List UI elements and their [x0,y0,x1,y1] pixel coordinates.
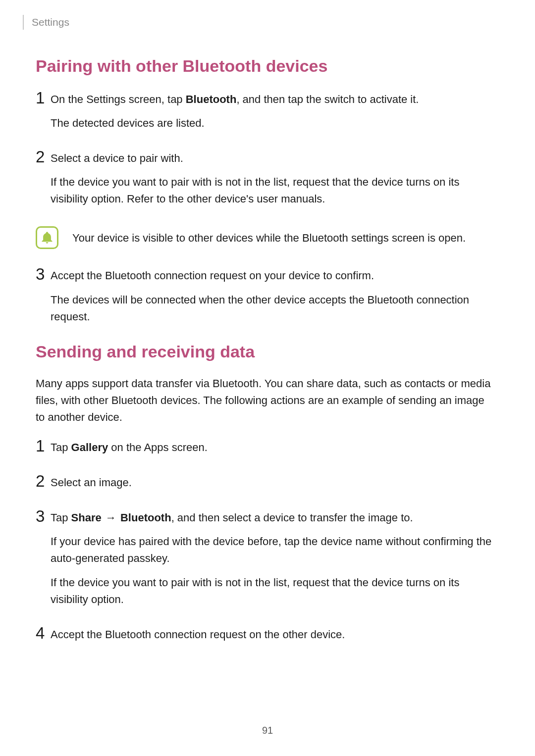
step-text: On the Settings screen, tap Bluetooth, a… [51,91,496,108]
note-text: Your device is visible to other devices … [72,230,466,246]
section-intro: Many apps support data transfer via Blue… [36,375,496,426]
step-body: Tap Gallery on the Apps screen. [51,438,496,463]
step-item: 1 Tap Gallery on the Apps screen. [36,438,496,463]
step-body: Select a device to pair with. If the dev… [51,149,496,214]
step-text: If your device has paired with the devic… [51,533,496,567]
note-callout: Your device is visible to other devices … [36,226,496,249]
step-text: If the device you want to pair with is n… [51,574,496,608]
step-text: Tap Share → Bluetooth, and then select a… [51,509,496,526]
step-item: 1 On the Settings screen, tap Bluetooth,… [36,90,496,139]
step-text: The devices will be connected when the o… [51,292,496,325]
step-text: Accept the Bluetooth connection request … [51,267,496,284]
breadcrumb-divider [23,15,24,30]
bell-icon-svg [40,231,54,245]
step-body: Tap Share → Bluetooth, and then select a… [51,508,496,614]
section-heading-sending: Sending and receiving data [36,342,496,361]
step-item: 3 Accept the Bluetooth connection reques… [36,266,496,332]
step-text: Select an image. [51,474,496,491]
page-content: Pairing with other Bluetooth devices 1 O… [36,48,496,660]
section-heading-pairing: Pairing with other Bluetooth devices [36,56,496,76]
step-body: Accept the Bluetooth connection request … [51,625,496,650]
step-number: 1 [36,90,51,106]
step-number: 4 [36,625,51,641]
step-text: Accept the Bluetooth connection request … [51,626,496,643]
breadcrumb-bar: Settings [23,15,69,30]
page-number: 91 [0,725,535,736]
step-number: 3 [36,266,51,282]
step-number: 1 [36,438,51,454]
step-body: Accept the Bluetooth connection request … [51,266,496,332]
step-item: 2 Select a device to pair with. If the d… [36,149,496,214]
step-number: 3 [36,508,51,524]
step-item: 4 Accept the Bluetooth connection reques… [36,625,496,650]
step-text: Tap Gallery on the Apps screen. [51,439,496,456]
step-item: 2 Select an image. [36,473,496,498]
step-body: On the Settings screen, tap Bluetooth, a… [51,90,496,139]
step-number: 2 [36,149,51,165]
step-text: Select a device to pair with. [51,150,496,167]
step-text: The detected devices are listed. [51,115,496,132]
step-number: 2 [36,473,51,489]
breadcrumb-text: Settings [32,16,69,28]
step-item: 3 Tap Share → Bluetooth, and then select… [36,508,496,614]
step-body: Select an image. [51,473,496,498]
step-text: If the device you want to pair with is n… [51,174,496,207]
bell-icon [36,226,58,249]
